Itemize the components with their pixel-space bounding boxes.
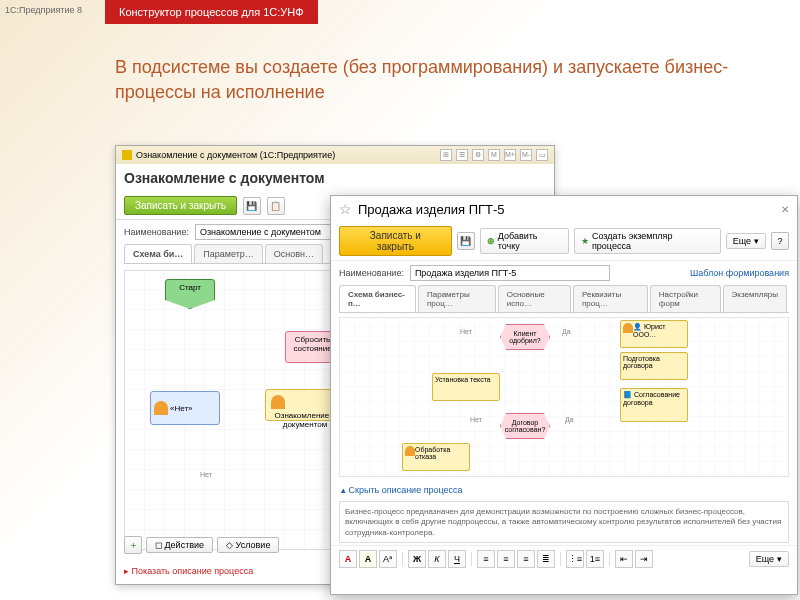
create-instance-button[interactable]: ★Создать экземпляр процесса — [574, 228, 721, 254]
node-reject[interactable]: Обработка отказа — [402, 443, 470, 471]
node-user-label: «Нет» — [170, 404, 193, 413]
tab-main[interactable]: Основн… — [265, 244, 323, 263]
node-client-approved[interactable]: Клиент одобрил? — [500, 324, 550, 350]
indent-button[interactable]: ⇥ — [635, 550, 653, 568]
show-description-link[interactable]: ▸ Показать описание процесса — [124, 566, 253, 576]
node-user[interactable]: «Нет» — [150, 391, 220, 425]
tab-props[interactable]: Реквизиты проц… — [573, 285, 648, 312]
node-contract-ok[interactable]: Договор согласован? — [500, 413, 550, 439]
page-title: Ознакомление с документом — [116, 164, 554, 192]
description-text[interactable]: Бизнес-процесс предназначен для демонстр… — [339, 501, 789, 543]
name-label: Наименование: — [339, 268, 404, 278]
app-caption: 1С:Предприятие 8 — [5, 5, 82, 15]
close-icon[interactable]: ✕ — [781, 204, 789, 215]
font-button[interactable]: Aᵃ — [379, 550, 397, 568]
bg-color-button[interactable]: A — [359, 550, 377, 568]
app-icon — [122, 150, 132, 160]
font-color-button[interactable]: A — [339, 550, 357, 568]
tool-icon[interactable]: ☰ — [456, 149, 468, 161]
save-close-button[interactable]: Записать и закрыть — [339, 226, 452, 256]
label-yes: Да — [562, 328, 571, 335]
action-button[interactable]: ◻ Действие — [146, 537, 213, 553]
headline: В подсистеме вы создаете (без программир… — [115, 55, 750, 105]
rich-text-toolbar: A A Aᵃ Ж К Ч ≡ ≡ ≡ ≣ ⋮≡ 1≡ ⇤ ⇥ Еще ▾ — [331, 545, 797, 572]
template-link[interactable]: Шаблон формирования — [690, 268, 789, 278]
window-sale: ☆ Продажа изделия ПГТ-5 ✕ Записать и зак… — [330, 195, 798, 595]
person-icon — [405, 446, 415, 456]
outdent-button[interactable]: ⇤ — [615, 550, 633, 568]
tab-schema[interactable]: Схема би… — [124, 244, 192, 263]
tool-icon[interactable]: M — [488, 149, 500, 161]
workflow-canvas[interactable]: Клиент одобрил? Нет Да 👤 Юрист ООО… Подг… — [339, 317, 789, 477]
align-left-button[interactable]: ≡ — [477, 550, 495, 568]
star-icon[interactable]: ☆ — [339, 201, 352, 217]
save-icon[interactable]: 💾 — [457, 232, 475, 250]
tabs: Схема бизнес-п… Параметры проц… Основные… — [339, 285, 789, 313]
tab-executors[interactable]: Основные испо… — [498, 285, 571, 312]
save-icon[interactable]: 💾 — [243, 197, 261, 215]
node-settext[interactable]: Установка текста — [432, 373, 500, 401]
window-header: ☆ Продажа изделия ПГТ-5 ✕ — [331, 196, 797, 222]
node-start[interactable]: Старт — [165, 279, 215, 309]
add-icon[interactable]: ＋ — [124, 536, 142, 554]
tab-schema[interactable]: Схема бизнес-п… — [339, 285, 416, 312]
align-justify-button[interactable]: ≣ — [537, 550, 555, 568]
window-title: Ознакомление с документом (1С:Предприяти… — [136, 150, 335, 160]
titlebar-tools: ⊞ ☰ ⚙ M M+ M- ▭ — [440, 149, 548, 161]
more-button[interactable]: Еще ▾ — [726, 233, 766, 249]
tab-instances[interactable]: Экземпляры — [723, 285, 787, 312]
underline-button[interactable]: Ч — [448, 550, 466, 568]
tab-params[interactable]: Параметры проц… — [418, 285, 496, 312]
node-agree[interactable]: 📘 Согласование договора — [620, 388, 688, 422]
action-icon[interactable]: 📋 — [267, 197, 285, 215]
condition-button[interactable]: ◇ Условие — [217, 537, 279, 553]
tool-icon[interactable]: ⚙ — [472, 149, 484, 161]
save-close-button[interactable]: Записать и закрыть — [124, 196, 237, 215]
tool-icon[interactable]: ⊞ — [440, 149, 452, 161]
toolbar: Записать и закрыть 💾 ⊕Добавить точку ★Со… — [331, 222, 797, 261]
node-review-label: Ознакомление с документом — [275, 411, 336, 429]
collapse-description-link[interactable]: ▴ Скрыть описание процесса — [331, 481, 797, 499]
node-prepare[interactable]: Подготовка договора — [620, 352, 688, 380]
list-bullet-button[interactable]: ⋮≡ — [566, 550, 584, 568]
name-row: Наименование: Шаблон формирования — [331, 261, 797, 285]
align-right-button[interactable]: ≡ — [517, 550, 535, 568]
tab-forms[interactable]: Настройки форм — [650, 285, 721, 312]
bold-button[interactable]: Ж — [408, 550, 426, 568]
name-label: Наименование: — [124, 227, 189, 237]
tool-icon[interactable]: M+ — [504, 149, 516, 161]
align-center-button[interactable]: ≡ — [497, 550, 515, 568]
rte-more-button[interactable]: Еще ▾ — [749, 551, 789, 567]
italic-button[interactable]: К — [428, 550, 446, 568]
label-no: Нет — [460, 328, 472, 335]
label-no: Нет — [200, 471, 212, 478]
window-title: Продажа изделия ПГТ-5 — [358, 202, 505, 217]
help-icon[interactable]: ? — [771, 232, 789, 250]
name-input[interactable] — [410, 265, 610, 281]
label-yes: Да — [565, 416, 574, 423]
person-icon — [154, 401, 168, 415]
tool-icon[interactable]: M- — [520, 149, 532, 161]
window-titlebar: Ознакомление с документом (1С:Предприяти… — [116, 146, 554, 164]
person-icon — [623, 323, 633, 333]
banner: Конструктор процессов для 1С:УНФ — [105, 0, 318, 24]
node-lawyer[interactable]: 👤 Юрист ООО… — [620, 320, 688, 348]
list-number-button[interactable]: 1≡ — [586, 550, 604, 568]
add-point-button[interactable]: ⊕Добавить точку — [480, 228, 569, 254]
label-no: Нет — [470, 416, 482, 423]
tab-params[interactable]: Параметр… — [194, 244, 263, 263]
tool-icon[interactable]: ▭ — [536, 149, 548, 161]
person-icon — [271, 395, 285, 409]
